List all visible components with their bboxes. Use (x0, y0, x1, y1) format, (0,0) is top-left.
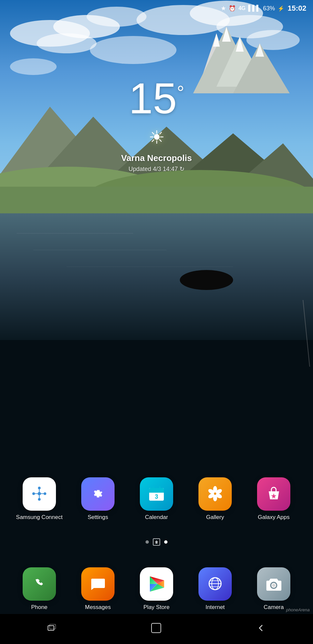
svg-point-37 (32, 492, 35, 495)
svg-text:3: 3 (155, 493, 158, 500)
svg-rect-45 (149, 491, 164, 493)
internet-icon (198, 567, 232, 601)
messages-icon (81, 567, 115, 601)
gallery-icon (198, 477, 232, 511)
svg-point-31 (180, 270, 233, 290)
svg-rect-65 (152, 623, 161, 633)
page-dot-1 (146, 540, 149, 544)
svg-rect-64 (50, 624, 56, 629)
page-indicators (0, 538, 313, 546)
location-name: Varna Necropolis (121, 153, 192, 163)
galaxy-apps-label: Galaxy Apps (258, 514, 289, 521)
weather-condition-icon: ☀ (149, 127, 165, 148)
svg-point-35 (38, 487, 41, 489)
app-phone[interactable]: Phone (16, 567, 63, 611)
play-store-icon (140, 567, 173, 601)
svg-point-8 (90, 36, 176, 64)
app-settings[interactable]: Settings (75, 477, 121, 521)
battery-percentage: 63% (263, 5, 275, 12)
svg-point-38 (44, 492, 46, 495)
calendar-icon: 3 (140, 477, 173, 511)
gallery-label: Gallery (206, 514, 224, 521)
status-bar: ★ ⏰ 4G ▌▌▌ 63% ⚡ 15:02 (0, 0, 313, 17)
app-calendar[interactable]: 3 Calendar (133, 477, 180, 521)
app-galaxy-apps[interactable]: Galaxy Apps (250, 477, 297, 521)
svg-rect-63 (48, 626, 54, 630)
alarm-icon: ⏰ (229, 5, 236, 12)
app-samsung-connect[interactable]: Samsung Connect (16, 477, 63, 521)
temperature-display: 15° (129, 77, 184, 120)
temp-value: 15 (129, 74, 177, 123)
app-internet[interactable]: Internet (192, 567, 238, 611)
weather-widget[interactable]: 15° ☀ Varna Necropolis Updated 4/3 14:47… (0, 77, 313, 173)
weather-updated-text: Updated 4/3 14:47 ↻ (129, 165, 184, 173)
svg-point-34 (38, 492, 41, 495)
camera-icon (257, 567, 290, 601)
svg-point-7 (246, 30, 300, 50)
bluetooth-icon: ★ (221, 5, 226, 12)
galaxy-apps-icon (257, 477, 290, 511)
messages-label: Messages (85, 604, 111, 611)
camera-label: Camera (264, 604, 284, 611)
internet-label: Internet (205, 604, 225, 611)
svg-point-3 (37, 33, 97, 53)
watermark: phoneArena (286, 607, 310, 612)
recent-apps-button[interactable] (47, 623, 57, 635)
phone-label: Phone (31, 604, 47, 611)
svg-point-36 (38, 498, 41, 501)
app-row: Samsung Connect Settings 3 (10, 477, 303, 521)
settings-icon (81, 477, 115, 511)
app-play-store[interactable]: Play Store (133, 567, 180, 611)
signal-icon: ▌▌▌ (248, 5, 260, 12)
status-time: 15:02 (288, 4, 306, 13)
degree-symbol: ° (177, 82, 184, 103)
svg-point-9 (10, 58, 57, 75)
status-icons: ★ ⏰ 4G ▌▌▌ 63% ⚡ (221, 5, 284, 12)
app-gallery[interactable]: Gallery (192, 477, 238, 521)
svg-rect-27 (0, 213, 313, 340)
app-grid: Samsung Connect Settings 3 (0, 477, 313, 534)
play-store-label: Play Store (144, 604, 169, 611)
app-camera[interactable]: Camera (250, 567, 297, 611)
home-button[interactable] (151, 623, 161, 636)
svg-point-62 (272, 584, 275, 587)
back-button[interactable] (255, 623, 266, 636)
page-dot-2 (164, 540, 167, 544)
dock: Phone Messages (0, 567, 313, 611)
samsung-connect-label: Samsung Connect (16, 514, 63, 521)
network-type-icon: 4G (238, 5, 245, 11)
settings-label: Settings (88, 514, 108, 521)
battery-icon: ⚡ (278, 5, 284, 12)
nav-bar (0, 614, 313, 644)
calendar-label: Calendar (145, 514, 168, 521)
app-messages[interactable]: Messages (75, 567, 121, 611)
phone-icon (23, 567, 56, 601)
samsung-connect-icon (23, 477, 56, 511)
home-page-indicator (153, 538, 160, 546)
